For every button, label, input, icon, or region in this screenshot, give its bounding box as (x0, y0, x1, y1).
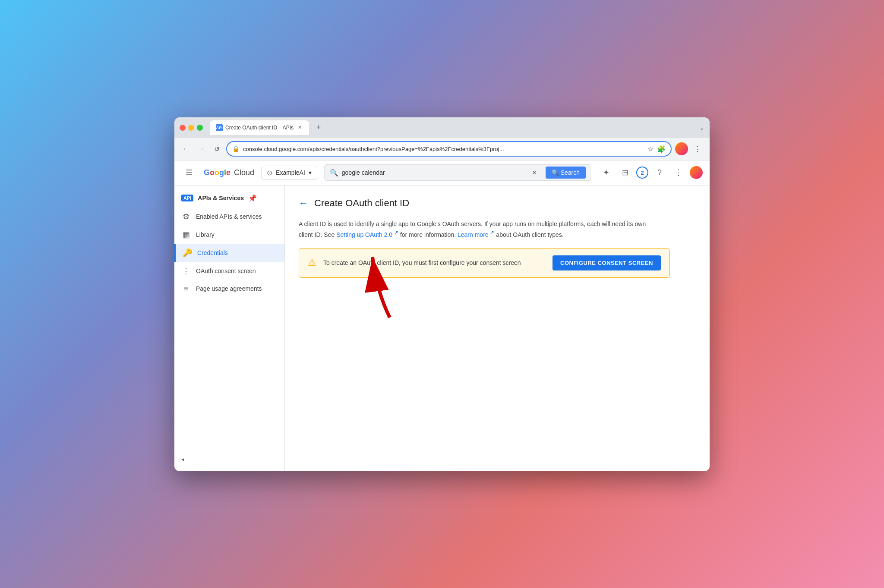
search-box: 🔍 ✕ 🔍 Search (324, 164, 591, 181)
help-button[interactable]: ? (652, 165, 667, 180)
page-header: ← Create OAuth client ID (299, 198, 696, 209)
external-link-icon2: ↗ (490, 230, 494, 236)
sidebar-header: API APIs & Services 📌 (174, 189, 284, 208)
tab-chevron-icon[interactable]: ⌄ (699, 124, 704, 131)
sidebar-item-library[interactable]: ▦ Library (174, 226, 284, 244)
description-text: A client ID is used to identify a single… (299, 219, 653, 239)
address-bar: ← → ↺ 🔒 console.cloud.google.com/apis/cr… (174, 138, 710, 160)
configure-consent-screen-button[interactable]: CONFIGURE CONSENT SCREEN (552, 255, 661, 270)
topbar-profile-avatar[interactable] (690, 166, 703, 179)
gemini-button[interactable]: ✦ (598, 165, 614, 180)
clear-search-button[interactable]: ✕ (527, 165, 542, 180)
project-dropdown-icon: ▾ (309, 169, 312, 176)
minimize-window-button[interactable] (188, 125, 194, 131)
search-button-icon: 🔍 (552, 169, 559, 176)
gcloud-topbar: ☰ Google Cloud ⊙ ExampleAI ▾ 🔍 ✕ 🔍 Searc… (174, 160, 710, 186)
oauth-consent-icon: ⋮ (181, 266, 191, 276)
learn-more-link[interactable]: Learn more ↗ (458, 231, 496, 238)
cloud-shell-button[interactable]: ⊟ (617, 165, 633, 180)
project-icon: ⊙ (267, 169, 272, 177)
notification-badge[interactable]: 2 (636, 167, 648, 179)
api-badge: API (181, 195, 193, 201)
back-nav-button[interactable]: ← (180, 143, 192, 155)
bookmark-icon[interactable]: ☆ (647, 145, 654, 153)
search-icon: 🔍 (330, 169, 338, 177)
extension-icon[interactable]: 🧩 (657, 145, 666, 153)
sidebar-collapse-button[interactable]: ◂ (174, 451, 284, 468)
content-area: ← Create OAuth client ID A client ID is … (285, 186, 710, 471)
enabled-apis-icon: ⚙ (181, 212, 191, 221)
page-title: Create OAuth client ID (314, 198, 409, 209)
traffic-lights (180, 125, 203, 131)
search-button[interactable]: 🔍 Search (546, 167, 586, 179)
browser-actions: ⋮ (675, 142, 704, 156)
pin-icon[interactable]: 📌 (248, 194, 257, 202)
sidebar-title: APIs & Services (198, 195, 244, 201)
description-text-part2: for more information. (400, 231, 458, 238)
project-selector[interactable]: ⊙ ExampleAI ▾ (261, 166, 317, 180)
forward-nav-button[interactable]: → (195, 143, 207, 155)
maximize-window-button[interactable] (197, 125, 203, 131)
title-bar: API Create OAuth client ID – APIs ✕ + ⌄ (174, 117, 710, 138)
google-cloud-logo: Google Cloud (204, 168, 254, 177)
project-name: ExampleAI (276, 169, 305, 176)
page-body: API APIs & Services 📌 ⚙ Enabled APIs & s… (174, 186, 710, 471)
sidebar-item-enabled-apis[interactable]: ⚙ Enabled APIs & services (174, 208, 284, 226)
url-text: console.cloud.google.com/apis/credential… (243, 146, 644, 152)
tab-close-button[interactable]: ✕ (296, 124, 303, 131)
credentials-icon: 🔑 (183, 248, 192, 258)
sidebar-item-label-credentials: Credentials (197, 249, 228, 256)
browser-more-button[interactable]: ⋮ (691, 142, 704, 156)
search-button-label: Search (561, 169, 580, 176)
page-wrapper: ☰ Google Cloud ⊙ ExampleAI ▾ 🔍 ✕ 🔍 Searc… (174, 160, 710, 471)
url-bar[interactable]: 🔒 console.cloud.google.com/apis/credenti… (226, 141, 672, 157)
sidebar: API APIs & Services 📌 ⚙ Enabled APIs & s… (174, 186, 285, 471)
tab-favicon: API (216, 124, 223, 131)
sidebar-item-page-usage[interactable]: ≡ Page usage agreements (174, 280, 284, 298)
close-window-button[interactable] (180, 125, 186, 131)
oauth-setup-link[interactable]: Setting up OAuth 2.0 ↗ (336, 231, 400, 238)
secure-icon: 🔒 (232, 145, 240, 152)
warning-icon: ⚠ (308, 257, 316, 268)
warning-banner: ⚠ To create an OAuth client ID, you must… (299, 248, 670, 278)
description-text-part3: about OAuth client types. (496, 231, 563, 238)
sidebar-item-label-page-usage: Page usage agreements (196, 285, 262, 292)
page-back-button[interactable]: ← (299, 198, 308, 209)
browser-profile-avatar[interactable] (675, 142, 688, 155)
sidebar-item-label-oauth-consent: OAuth consent screen (196, 267, 256, 274)
sidebar-item-label-library: Library (196, 231, 215, 238)
topbar-icons: ✦ ⊟ 2 ? ⋮ (598, 165, 703, 180)
main-menu-button[interactable]: ☰ (181, 165, 197, 180)
warning-text: To create an OAuth client ID, you must f… (323, 259, 546, 266)
topbar-more-button[interactable]: ⋮ (671, 165, 686, 180)
library-icon: ▦ (181, 230, 191, 239)
external-link-icon1: ↗ (394, 230, 398, 236)
refresh-nav-button[interactable]: ↺ (211, 143, 223, 155)
search-input[interactable] (342, 169, 523, 176)
tab-title: Create OAuth client ID – APIs (225, 125, 294, 131)
collapse-icon: ◂ (181, 456, 184, 462)
sidebar-item-oauth-consent[interactable]: ⋮ OAuth consent screen (174, 262, 284, 280)
sidebar-item-credentials[interactable]: 🔑 Credentials (174, 244, 284, 262)
sidebar-item-label-enabled-apis: Enabled APIs & services (196, 213, 262, 220)
new-tab-button[interactable]: + (313, 122, 325, 134)
page-usage-icon: ≡ (181, 284, 191, 293)
browser-window: API Create OAuth client ID – APIs ✕ + ⌄ … (174, 117, 710, 471)
browser-tab[interactable]: API Create OAuth client ID – APIs ✕ (210, 120, 309, 135)
